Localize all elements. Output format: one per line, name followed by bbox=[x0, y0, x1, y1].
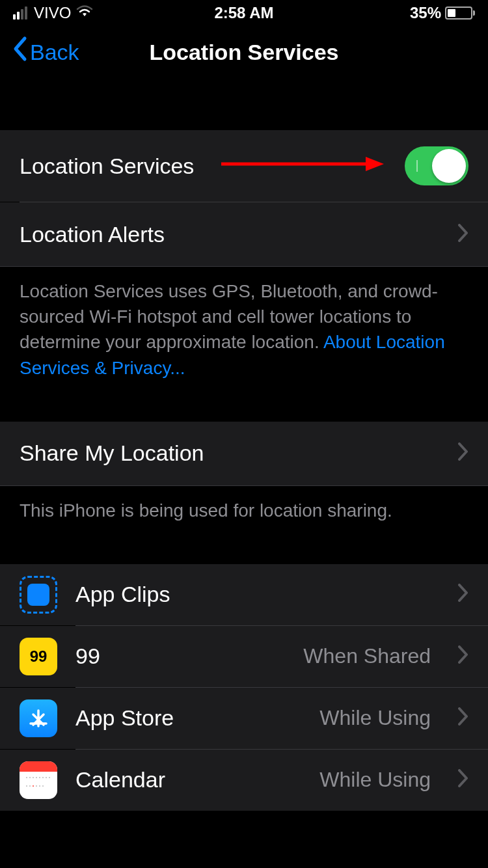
chevron-right-icon bbox=[458, 644, 468, 669]
app-value-label: While Using bbox=[319, 768, 431, 792]
app-row-appclips[interactable]: App Clips bbox=[0, 564, 488, 625]
status-bar: VIVO 2:58 AM 35% bbox=[0, 0, 488, 26]
app-row-appstore[interactable]: App Store While Using bbox=[0, 688, 488, 749]
99-icon: 99 bbox=[20, 638, 57, 675]
share-my-location-label: Share My Location bbox=[20, 441, 204, 466]
app-value-label: While Using bbox=[319, 706, 431, 730]
chevron-left-icon bbox=[12, 36, 27, 68]
carrier-label: VIVO bbox=[34, 4, 71, 22]
appstore-icon bbox=[20, 699, 57, 737]
location-settings-section: Location Services Location Alerts Locati… bbox=[0, 130, 488, 392]
appclips-icon bbox=[20, 576, 57, 614]
share-location-description: This iPhone is being used for location s… bbox=[0, 486, 488, 535]
chevron-right-icon bbox=[458, 222, 468, 247]
app-name-label: 99 bbox=[75, 644, 285, 669]
apps-section: App Clips 99 99 When Shared App Store Wh… bbox=[0, 564, 488, 811]
time-label: 2:58 AM bbox=[214, 4, 273, 22]
chevron-right-icon bbox=[458, 582, 468, 607]
location-services-label: Location Services bbox=[20, 154, 194, 179]
status-left: VIVO bbox=[13, 4, 93, 22]
location-services-toggle[interactable] bbox=[405, 146, 468, 185]
app-row-calendar[interactable]: Calendar While Using bbox=[0, 750, 488, 811]
back-label: Back bbox=[30, 40, 79, 65]
battery-icon bbox=[445, 7, 475, 20]
share-location-section: Share My Location This iPhone is being u… bbox=[0, 422, 488, 535]
wifi-icon bbox=[76, 4, 93, 22]
location-services-row[interactable]: Location Services bbox=[0, 130, 488, 202]
status-right: 35% bbox=[410, 4, 475, 22]
location-alerts-label: Location Alerts bbox=[20, 222, 165, 247]
share-my-location-row[interactable]: Share My Location bbox=[0, 422, 488, 485]
chevron-right-icon bbox=[458, 767, 468, 793]
app-value-label: When Shared bbox=[303, 644, 431, 668]
app-name-label: App Store bbox=[75, 705, 301, 731]
chevron-right-icon bbox=[458, 441, 468, 466]
chevron-right-icon bbox=[458, 705, 468, 731]
back-button[interactable]: Back bbox=[12, 36, 79, 68]
nav-header: Back Location Services bbox=[0, 26, 488, 88]
app-row-99[interactable]: 99 99 When Shared bbox=[0, 626, 488, 687]
signal-icon bbox=[13, 7, 27, 20]
app-name-label: App Clips bbox=[75, 582, 413, 607]
location-alerts-row[interactable]: Location Alerts bbox=[0, 202, 488, 266]
page-title: Location Services bbox=[149, 40, 338, 65]
app-name-label: Calendar bbox=[75, 767, 301, 793]
battery-percent: 35% bbox=[410, 4, 441, 22]
location-services-description: Location Services uses GPS, Bluetooth, a… bbox=[0, 267, 488, 392]
calendar-icon bbox=[20, 761, 57, 799]
